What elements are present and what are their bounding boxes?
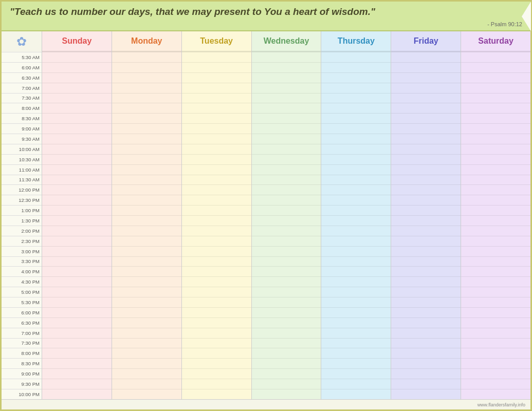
day-cell[interactable] bbox=[321, 154, 391, 164]
day-cell[interactable] bbox=[461, 328, 530, 338]
day-cell[interactable] bbox=[391, 287, 461, 297]
day-cell[interactable] bbox=[252, 266, 321, 276]
day-cell[interactable] bbox=[112, 348, 181, 358]
day-cell[interactable] bbox=[321, 246, 391, 256]
day-cell[interactable] bbox=[252, 93, 321, 103]
day-cell[interactable] bbox=[182, 368, 251, 379]
day-cell[interactable] bbox=[391, 144, 461, 154]
day-cell[interactable] bbox=[182, 358, 251, 368]
day-cell[interactable] bbox=[112, 368, 181, 379]
day-cell[interactable] bbox=[321, 358, 391, 368]
day-cell[interactable] bbox=[42, 83, 112, 93]
day-cell[interactable] bbox=[321, 52, 391, 62]
day-cell[interactable] bbox=[321, 256, 391, 267]
day-cell[interactable] bbox=[182, 134, 251, 144]
day-cell[interactable] bbox=[321, 134, 391, 144]
day-cell[interactable] bbox=[391, 103, 461, 113]
day-cell[interactable] bbox=[112, 113, 181, 123]
day-cell[interactable] bbox=[391, 154, 461, 164]
day-cell[interactable] bbox=[461, 287, 530, 297]
day-cell[interactable] bbox=[461, 195, 530, 205]
day-cell[interactable] bbox=[42, 307, 112, 317]
day-cell[interactable] bbox=[391, 195, 461, 205]
day-cell[interactable] bbox=[391, 72, 461, 83]
day-cell[interactable] bbox=[182, 154, 251, 164]
day-cell[interactable] bbox=[252, 123, 321, 134]
day-cell[interactable] bbox=[321, 103, 391, 113]
day-cell[interactable] bbox=[391, 307, 461, 317]
day-cell[interactable] bbox=[182, 317, 251, 328]
day-cell[interactable] bbox=[391, 93, 461, 103]
day-cell[interactable] bbox=[391, 134, 461, 144]
day-cell[interactable] bbox=[182, 83, 251, 93]
day-cell[interactable] bbox=[182, 52, 251, 62]
day-cell[interactable] bbox=[182, 175, 251, 185]
day-cell[interactable] bbox=[182, 236, 251, 246]
day-cell[interactable] bbox=[182, 348, 251, 358]
day-cell[interactable] bbox=[461, 276, 530, 287]
day-cell[interactable] bbox=[321, 184, 391, 195]
day-cell[interactable] bbox=[182, 276, 251, 287]
day-cell[interactable] bbox=[391, 348, 461, 358]
day-cell[interactable] bbox=[252, 164, 321, 175]
day-cell[interactable] bbox=[112, 195, 181, 205]
day-cell[interactable] bbox=[391, 215, 461, 226]
day-cell[interactable] bbox=[461, 226, 530, 236]
day-cell[interactable] bbox=[42, 134, 112, 144]
day-cell[interactable] bbox=[112, 215, 181, 226]
day-cell[interactable] bbox=[42, 297, 112, 307]
day-cell[interactable] bbox=[461, 144, 530, 154]
day-cell[interactable] bbox=[112, 256, 181, 267]
day-cell[interactable] bbox=[252, 175, 321, 185]
day-cell[interactable] bbox=[112, 358, 181, 368]
day-cell[interactable] bbox=[42, 62, 112, 72]
day-cell[interactable] bbox=[42, 368, 112, 379]
day-cell[interactable] bbox=[252, 348, 321, 358]
day-cell[interactable] bbox=[391, 276, 461, 287]
day-cell[interactable] bbox=[42, 205, 112, 215]
day-cell[interactable] bbox=[112, 123, 181, 134]
day-cell[interactable] bbox=[42, 154, 112, 164]
day-cell[interactable] bbox=[391, 328, 461, 338]
day-cell[interactable] bbox=[321, 93, 391, 103]
day-cell[interactable] bbox=[42, 389, 112, 399]
day-cell[interactable] bbox=[42, 123, 112, 134]
day-cell[interactable] bbox=[182, 144, 251, 154]
day-cell[interactable] bbox=[391, 297, 461, 307]
day-cell[interactable] bbox=[252, 184, 321, 195]
day-cell[interactable] bbox=[182, 389, 251, 399]
day-cell[interactable] bbox=[182, 379, 251, 389]
day-cell[interactable] bbox=[321, 113, 391, 123]
day-cell[interactable] bbox=[42, 175, 112, 185]
day-cell[interactable] bbox=[112, 379, 181, 389]
day-cell[interactable] bbox=[42, 379, 112, 389]
day-cell[interactable] bbox=[182, 215, 251, 226]
day-cell[interactable] bbox=[321, 83, 391, 93]
day-cell[interactable] bbox=[391, 164, 461, 175]
day-cell[interactable] bbox=[112, 246, 181, 256]
day-cell[interactable] bbox=[112, 184, 181, 195]
day-cell[interactable] bbox=[391, 113, 461, 123]
day-cell[interactable] bbox=[321, 215, 391, 226]
day-cell[interactable] bbox=[391, 62, 461, 72]
day-cell[interactable] bbox=[112, 328, 181, 338]
day-cell[interactable] bbox=[461, 389, 530, 399]
day-cell[interactable] bbox=[182, 113, 251, 123]
day-cell[interactable] bbox=[112, 52, 181, 62]
day-cell[interactable] bbox=[321, 62, 391, 72]
day-cell[interactable] bbox=[461, 379, 530, 389]
day-cell[interactable] bbox=[182, 328, 251, 338]
day-cell[interactable] bbox=[461, 103, 530, 113]
day-cell[interactable] bbox=[321, 348, 391, 358]
day-cell[interactable] bbox=[112, 226, 181, 236]
day-cell[interactable] bbox=[461, 317, 530, 328]
day-cell[interactable] bbox=[391, 83, 461, 93]
day-cell[interactable] bbox=[461, 307, 530, 317]
day-cell[interactable] bbox=[42, 328, 112, 338]
day-cell[interactable] bbox=[321, 317, 391, 328]
day-cell[interactable] bbox=[112, 307, 181, 317]
day-cell[interactable] bbox=[182, 246, 251, 256]
day-cell[interactable] bbox=[112, 83, 181, 93]
day-cell[interactable] bbox=[391, 123, 461, 134]
day-cell[interactable] bbox=[461, 123, 530, 134]
